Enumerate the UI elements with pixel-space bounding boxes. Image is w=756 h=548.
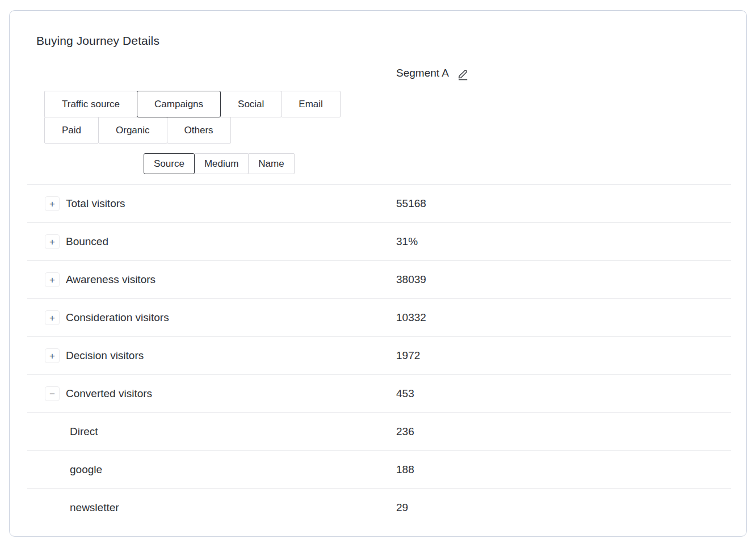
expand-button[interactable]: +	[45, 272, 60, 287]
table-row-consideration-visitors: +Consideration visitors10332	[27, 298, 731, 336]
tab-medium[interactable]: Medium	[194, 153, 249, 174]
row-value: 29	[396, 501, 408, 514]
expand-button[interactable]: +	[45, 348, 60, 363]
row-label: Decision visitors	[66, 349, 144, 362]
plus-icon: +	[49, 199, 55, 209]
tab-social[interactable]: Social	[220, 91, 282, 117]
table-row-direct: Direct236	[27, 412, 731, 450]
row-value: 55168	[396, 197, 426, 210]
row-label: Total visitors	[66, 197, 125, 210]
row-value: 38039	[396, 273, 426, 286]
tab-others[interactable]: Others	[167, 117, 231, 144]
row-label: Direct	[70, 425, 98, 438]
row-label: google	[70, 463, 102, 476]
row-label: Converted visitors	[66, 387, 152, 400]
segment-header: Segment A	[396, 66, 469, 81]
journey-table: +Total visitors55168+Bounced31%+Awarenes…	[27, 184, 731, 526]
plus-icon: +	[49, 351, 55, 361]
row-label: Awareness visitors	[66, 273, 156, 286]
table-row-newsletter: newsletter29	[27, 488, 731, 526]
tab-name[interactable]: Name	[248, 153, 294, 174]
table-row-total-visitors: +Total visitors55168	[27, 184, 731, 222]
tab-paid[interactable]: Paid	[44, 117, 99, 144]
segment-header-row: Segment A	[27, 66, 731, 81]
plus-icon: +	[49, 237, 55, 247]
table-row-converted-visitors: −Converted visitors453	[27, 374, 731, 412]
tab-traffic-source[interactable]: Traffic source	[44, 91, 137, 117]
expand-button[interactable]: +	[45, 196, 60, 211]
tab-organic[interactable]: Organic	[98, 117, 167, 144]
minus-icon: −	[49, 389, 55, 399]
row-label: newsletter	[70, 501, 119, 514]
plus-icon: +	[49, 275, 55, 285]
segment-name: Segment A	[396, 66, 449, 81]
row-value: 31%	[396, 235, 418, 248]
buying-journey-card: Buying Journey Details Segment A Traffic…	[9, 10, 747, 537]
tab-row-primary: Traffic sourceCampaignsSocialEmail	[44, 91, 731, 117]
table-row-decision-visitors: +Decision visitors1972	[27, 336, 731, 374]
page: Buying Journey Details Segment A Traffic…	[0, 0, 756, 548]
edit-segment-button[interactable]	[457, 66, 469, 81]
pencil-icon	[457, 68, 469, 81]
tab-source[interactable]: Source	[144, 153, 195, 174]
tab-row-tertiary: SourceMediumName	[144, 153, 731, 174]
expand-button[interactable]: +	[45, 310, 60, 325]
collapse-button[interactable]: −	[45, 386, 60, 401]
row-value: 10332	[396, 311, 426, 324]
row-value: 236	[396, 425, 414, 438]
table-row-google: google188	[27, 450, 731, 488]
table-row-awareness-visitors: +Awareness visitors38039	[27, 260, 731, 298]
row-label: Consideration visitors	[66, 311, 169, 324]
filter-tabs: Traffic sourceCampaignsSocialEmail PaidO…	[44, 91, 731, 174]
row-value: 453	[396, 387, 414, 400]
plus-icon: +	[49, 313, 55, 323]
row-value: 188	[396, 463, 414, 476]
table-row-bounced: +Bounced31%	[27, 222, 731, 260]
tab-row-secondary: PaidOrganicOthers	[44, 117, 731, 144]
row-value: 1972	[396, 349, 420, 362]
row-label: Bounced	[66, 235, 108, 248]
tab-email[interactable]: Email	[281, 91, 341, 117]
expand-button[interactable]: +	[45, 234, 60, 249]
tab-campaigns[interactable]: Campaigns	[137, 91, 221, 117]
page-title: Buying Journey Details	[36, 33, 731, 48]
